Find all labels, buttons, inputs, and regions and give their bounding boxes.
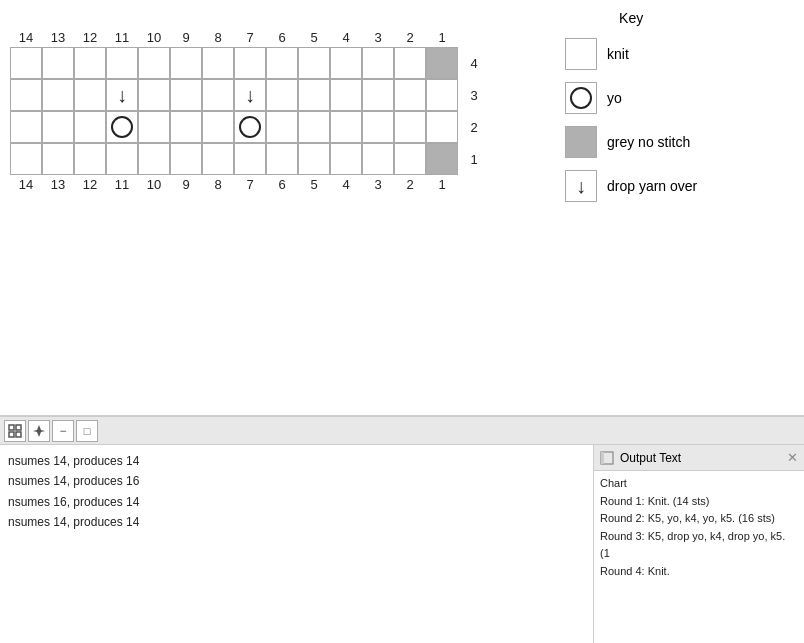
key-panel: Key knit yo grey no stitch ↓ drop yarn o… [565,10,697,214]
col-num: 2 [394,30,426,45]
cell-drop[interactable]: ↓ [234,79,266,111]
grid-row-4: 4 [10,47,486,79]
grid-row-1: 1 [10,143,486,175]
col-num: 12 [74,177,106,192]
svg-rect-1 [16,425,21,430]
col-num: 5 [298,177,330,192]
cell[interactable] [362,47,394,79]
right-panel-header: Output Text ✕ [594,445,804,471]
output-line-1: Chart [600,475,798,493]
col-num: 14 [10,177,42,192]
yo-key-icon [570,87,592,109]
output-line-2: Round 1: Knit. (14 sts) [600,493,798,511]
cell[interactable] [362,143,394,175]
bottom-panel: − □ nsumes 14, produces 14 nsumes 14, pr… [0,415,804,643]
cell[interactable] [362,79,394,111]
cell[interactable] [426,111,458,143]
cell[interactable] [330,111,362,143]
chart-container: 14 13 12 11 10 9 8 7 6 5 4 3 2 1 [10,30,486,194]
cell[interactable] [330,47,362,79]
col-num: 13 [42,177,74,192]
cell-yo[interactable] [106,111,138,143]
col-num: 9 [170,177,202,192]
cell[interactable] [298,143,330,175]
cell[interactable] [202,143,234,175]
toolbar-grid-btn[interactable] [4,420,26,442]
cell[interactable] [170,47,202,79]
cell[interactable] [330,79,362,111]
toolbar-maximize-btn[interactable]: □ [76,420,98,442]
cell[interactable] [10,111,42,143]
cell[interactable] [42,143,74,175]
col-num: 10 [138,177,170,192]
cell[interactable] [330,143,362,175]
toolbar-pin-btn[interactable] [28,420,50,442]
cell[interactable] [170,79,202,111]
col-num: 7 [234,30,266,45]
col-num: 5 [298,30,330,45]
left-panel-line-3: nsumes 16, produces 14 [8,492,585,512]
cell[interactable] [394,47,426,79]
drop-swatch: ↓ [565,170,597,202]
cell[interactable] [298,79,330,111]
col-num: 6 [266,177,298,192]
col-num: 10 [138,30,170,45]
cell[interactable] [74,143,106,175]
cell[interactable] [10,47,42,79]
output-line-4: Round 3: K5, drop yo, k4, drop yo, k5. (… [600,528,798,563]
cell[interactable] [426,79,458,111]
toolbar-minimize-btn[interactable]: − [52,420,74,442]
cell[interactable] [74,47,106,79]
cell-yo[interactable] [234,111,266,143]
cell[interactable] [266,111,298,143]
cell[interactable] [266,47,298,79]
close-output-icon[interactable]: ✕ [787,450,798,465]
col-num: 4 [330,177,362,192]
row-label: 2 [462,120,486,135]
cell[interactable] [106,143,138,175]
cell[interactable] [266,143,298,175]
cell[interactable] [138,111,170,143]
cell[interactable] [74,111,106,143]
cell[interactable] [170,111,202,143]
cell[interactable] [234,143,266,175]
cell-grey[interactable] [426,47,458,79]
svg-rect-3 [16,432,21,437]
drop-key-icon: ↓ [576,176,586,196]
cell[interactable] [298,47,330,79]
cell[interactable] [42,79,74,111]
cell[interactable] [394,143,426,175]
left-panel-line-2: nsumes 14, produces 16 [8,471,585,491]
drop-icon: ↓ [117,85,127,105]
cell[interactable] [202,47,234,79]
cell-grey[interactable] [426,143,458,175]
cell[interactable] [362,111,394,143]
main-area: 14 13 12 11 10 9 8 7 6 5 4 3 2 1 [0,0,804,415]
cell[interactable] [234,47,266,79]
cell[interactable] [394,79,426,111]
cell[interactable] [266,79,298,111]
cell[interactable] [74,79,106,111]
cell[interactable] [138,79,170,111]
cell[interactable] [170,143,202,175]
maximize-icon: □ [84,425,91,437]
cell[interactable] [106,47,138,79]
col-num: 7 [234,177,266,192]
row-label: 3 [462,88,486,103]
col-num: 1 [426,177,458,192]
cell[interactable] [298,111,330,143]
svg-rect-0 [9,425,14,430]
output-line-5: Round 4: Knit. [600,563,798,581]
cell[interactable] [138,47,170,79]
col-num: 11 [106,177,138,192]
cell[interactable] [42,47,74,79]
cell-drop[interactable]: ↓ [106,79,138,111]
cell[interactable] [202,111,234,143]
cell[interactable] [202,79,234,111]
left-panel-line-1: nsumes 14, produces 14 [8,451,585,471]
cell[interactable] [42,111,74,143]
cell[interactable] [138,143,170,175]
cell[interactable] [10,143,42,175]
cell[interactable] [10,79,42,111]
cell[interactable] [394,111,426,143]
